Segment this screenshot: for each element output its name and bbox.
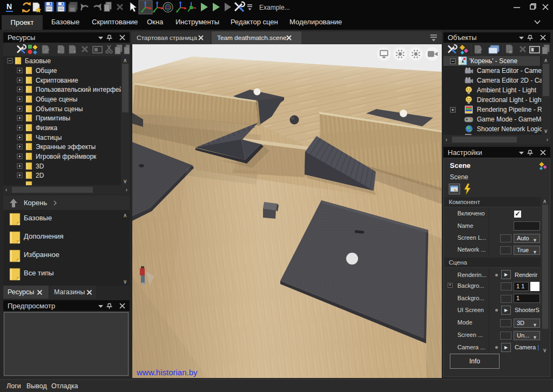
svg-text:www.historian.by: www.historian.by	[136, 368, 198, 377]
svg-text:N: N	[6, 2, 12, 11]
svg-text:Example...: Example...	[259, 4, 290, 11]
